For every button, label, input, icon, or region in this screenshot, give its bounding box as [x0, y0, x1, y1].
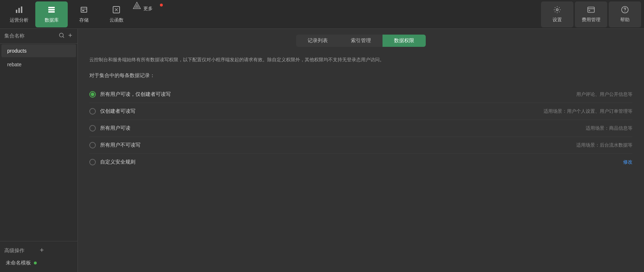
permission-option-custom[interactable]: 自定义安全规则 修改: [89, 154, 632, 170]
nav-label-billing: 费用管理: [582, 17, 600, 23]
nav-label-cloud-func: 云函数: [109, 17, 124, 23]
permission-option-owner-only[interactable]: 仅创建者可读写 适用场景：用户个人设置、用户订单管理等: [89, 103, 632, 120]
option-label-owner-only: 仅创建者可读写: [100, 108, 135, 115]
option-hint-all-read-owner-write: 用户评论、用户公开信息等: [576, 91, 632, 98]
svg-rect-3: [48, 7, 55, 8]
more-icon: [133, 3, 143, 12]
option-hint-all-read: 适用场景：商品信息等: [586, 125, 632, 131]
help-icon: [621, 6, 629, 15]
svg-rect-2: [21, 6, 22, 13]
nav-item-database[interactable]: 数据库: [35, 1, 68, 27]
svg-point-19: [625, 11, 625, 12]
nav-label-settings: 设置: [553, 17, 562, 23]
search-icon[interactable]: [59, 32, 64, 40]
option-hint-no-readwrite: 适用场景：后台流水数据等: [576, 142, 632, 148]
advanced-ops-label: 高级操作: [4, 248, 39, 254]
radio-owner-only: [89, 108, 96, 115]
permission-option-all-read-owner-write[interactable]: 所有用户可读，仅创建者可读写 用户评论、用户公开信息等: [89, 86, 632, 103]
radio-custom: [89, 159, 96, 165]
nav-label-more: 更多: [143, 6, 153, 11]
sidebar-item-products[interactable]: products: [1, 44, 76, 57]
analytics-icon: [15, 5, 23, 15]
svg-rect-8: [82, 10, 84, 11]
add-advanced-icon[interactable]: [39, 247, 73, 254]
billing-icon: [587, 6, 595, 15]
settings-icon: [553, 6, 561, 15]
svg-rect-17: [589, 10, 590, 11]
svg-line-21: [63, 36, 64, 37]
sidebar: 集合名称 products rebate: [0, 29, 78, 272]
nav-label-storage: 存储: [79, 17, 89, 23]
sidebar-header-title: 集合名称: [4, 33, 56, 39]
permission-option-no-readwrite[interactable]: 所有用户不可读写 适用场景：后台流水数据等: [89, 137, 632, 154]
nav-billing[interactable]: 费用管理: [575, 1, 607, 27]
template-item[interactable]: 未命名模板: [0, 257, 77, 269]
template-dot: [34, 262, 37, 264]
permission-group-title: 对于集合中的每条数据记录：: [89, 72, 632, 79]
radio-all-read-owner-write: [89, 91, 96, 98]
sidebar-item-rebate-label: rebate: [7, 62, 22, 67]
radio-no-readwrite: [89, 142, 96, 148]
nav-item-storage[interactable]: 存储: [68, 1, 100, 27]
nav-label-help: 帮助: [620, 17, 630, 23]
permission-option-all-read[interactable]: 所有用户可读 适用场景：商品信息等: [89, 120, 632, 137]
tab-index-mgmt[interactable]: 索引管理: [339, 35, 383, 47]
nav-label-analytics: 运营分析: [10, 17, 28, 23]
option-label-no-readwrite: 所有用户不可读写: [100, 142, 140, 148]
option-link-custom[interactable]: 修改: [623, 159, 632, 165]
permission-description: 云控制台和服务端始终有所有数据读写权限，以下配置仅对小程序端发起的请求有效。除自…: [89, 55, 632, 64]
tab-record-list[interactable]: 记录列表: [296, 35, 339, 47]
radio-inner-checked: [91, 93, 94, 96]
svg-rect-15: [588, 7, 594, 12]
nav-item-cloud-func[interactable]: 云函数: [100, 1, 133, 27]
svg-rect-0: [16, 10, 17, 13]
add-collection-icon[interactable]: [67, 32, 73, 40]
radio-all-read: [89, 125, 96, 131]
svg-point-14: [556, 9, 558, 11]
option-label-all-read-owner-write: 所有用户可读，仅创建者可读写: [100, 91, 171, 98]
nav-item-analytics[interactable]: 运营分析: [3, 1, 35, 27]
template-label: 未命名模板: [6, 260, 31, 266]
svg-point-20: [59, 33, 63, 37]
svg-rect-4: [48, 9, 55, 10]
nav-help[interactable]: 帮助: [609, 1, 641, 27]
main-layout: 集合名称 products rebate: [0, 29, 644, 272]
sidebar-header: 集合名称: [0, 29, 77, 44]
cloud-func-icon: [112, 5, 121, 15]
permission-content: 云控制台和服务端始终有所有数据读写权限，以下配置仅对小程序端发起的请求有效。除自…: [78, 47, 644, 272]
storage-icon: [80, 5, 88, 15]
more-notification-dot: [160, 4, 163, 6]
tabs-bar: 记录列表 索引管理 数据权限: [78, 29, 644, 47]
option-label-custom: 自定义安全规则: [100, 159, 135, 165]
svg-rect-6: [81, 7, 87, 12]
advanced-ops-section[interactable]: 高级操作: [0, 244, 77, 257]
sidebar-item-rebate[interactable]: rebate: [1, 58, 76, 71]
sidebar-item-products-label: products: [7, 48, 27, 54]
content-area: 记录列表 索引管理 数据权限 云控制台和服务端始终有所有数据读写权限，以下配置仅…: [78, 29, 644, 272]
nav-item-more[interactable]: 更多: [133, 1, 165, 27]
nav-right: 设置 费用管理 帮助: [541, 1, 641, 27]
nav-settings[interactable]: 设置: [541, 1, 573, 27]
svg-rect-1: [18, 8, 20, 13]
database-icon: [47, 5, 56, 15]
sidebar-list: products rebate: [0, 44, 77, 241]
nav-label-database: 数据库: [45, 17, 59, 23]
option-hint-owner-only: 适用场景：用户个人设置、用户订单管理等: [544, 108, 632, 115]
permission-options: 所有用户可读，仅创建者可读写 用户评论、用户公开信息等 仅创建者可读写 适用场景…: [89, 86, 632, 170]
top-nav: 运营分析 数据库 存储 云函数: [0, 0, 644, 29]
option-label-all-read: 所有用户可读: [100, 125, 130, 131]
tab-data-permission[interactable]: 数据权限: [383, 35, 426, 47]
svg-rect-5: [48, 11, 55, 13]
sidebar-footer: 高级操作 未命名模板: [0, 241, 77, 272]
